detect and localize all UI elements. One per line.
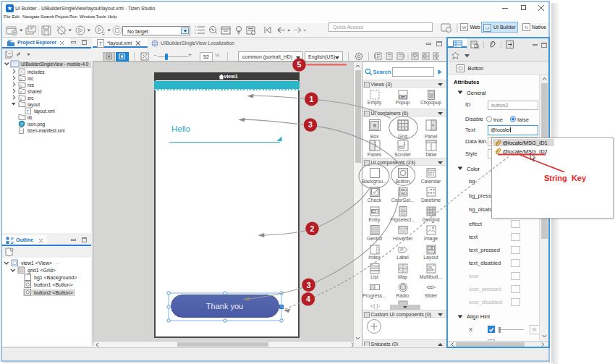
svg-text:src: src [27,96,34,101]
svg-text:inc: inc [27,76,34,81]
svg-text:icon.png: icon.png [27,122,46,127]
svg-text:view1 <View>: view1 <View> [21,261,52,266]
svg-text:layout.xml: layout.xml [34,109,55,114]
svg-text:button1 <Button>: button1 <Button> [34,282,73,287]
svg-text:res: res [27,82,34,88]
svg-text:⇔: ⇔ [56,261,60,266]
svg-text:<()>: <()> [370,304,380,309]
svg-text:grid1 <Grid>: grid1 <Grid> [27,268,56,274]
svg-text:bg1 <Background>: bg1 <Background> [34,275,77,281]
svg-text:layout: layout [27,102,40,108]
svg-text:button2 <Button>: button2 <Button> [34,290,73,295]
svg-text:includes: includes [27,69,44,75]
svg-text:UIBuilderSingleView - mobile-4: UIBuilderSingleView - mobile-4.0 [21,62,89,67]
svg-text:B: B [373,123,376,128]
svg-text:tizen-manifest.xml: tizen-manifest.xml [27,128,65,133]
svg-text:No: No [428,264,433,268]
svg-text::..: :.. [428,188,430,192]
svg-text:shared: shared [27,89,42,94]
svg-text:T: T [99,41,103,47]
svg-text:lib: lib [27,115,33,120]
